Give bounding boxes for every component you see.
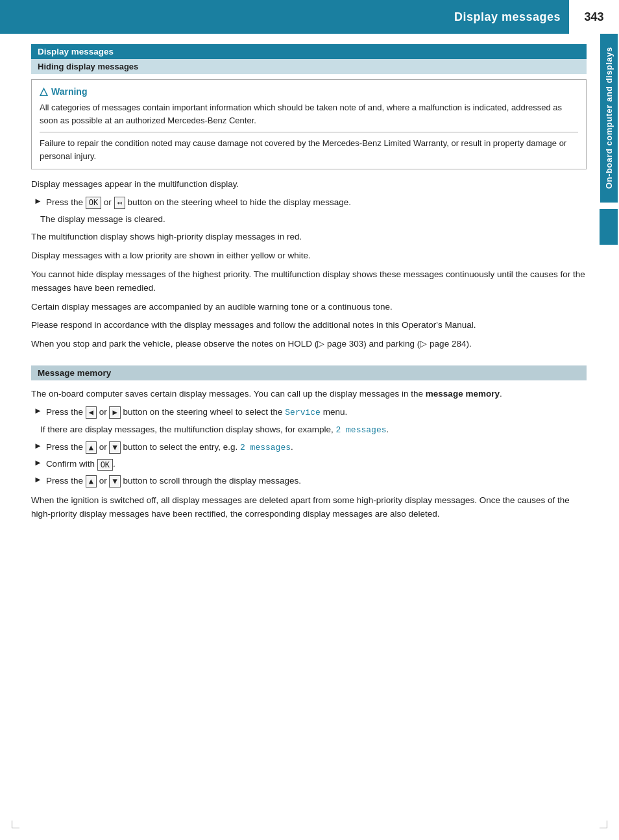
body-text-7: When you stop and park the vehicle, plea… [31,337,587,351]
bullet-item-5: ► Press the ▲ or ▼ button to scroll thro… [34,474,587,488]
side-tab-label: On-board computer and displays [600,34,618,203]
up-btn-2: ▲ [86,475,97,488]
body-text-4: You cannot hide display messages of the … [31,267,587,295]
up-btn-1: ▲ [86,441,97,454]
right-btn: ▶ [109,406,120,419]
bullet-content-1: Press the OK or ↤ button on the steering… [46,195,351,210]
body-text-1: Display messages appear in the multifunc… [31,177,587,191]
ok-btn-2: OK [97,459,113,471]
bullet-arrow-5: ► [34,475,42,484]
bullet-item-2: ► Press the ◀ or ▶ button on the steerin… [34,405,587,420]
bullet-sub-2: If there are display messages, the multi… [40,423,587,438]
service-mono: Service [285,408,321,417]
bullet-content-5: Press the ▲ or ▼ button to scroll throug… [46,474,301,488]
warning-title: △ Warning [40,85,578,97]
down-btn-1: ▼ [109,441,120,454]
bullet-item-1: ► Press the OK or ↤ button on the steeri… [34,195,587,210]
bullet-content-2: Press the ◀ or ▶ button on the steering … [46,405,347,420]
bullet-item-3: ► Press the ▲ or ▼ button to select the … [34,440,587,455]
warning-label: Warning [51,86,87,97]
subsection-header: Hiding display messages [31,59,587,74]
section2: Message memory The on-board computer sav… [31,365,587,521]
warning-para2: Failure to repair the condition noted ma… [40,137,578,163]
bullet-content-3: Press the ▲ or ▼ button to select the en… [46,440,293,455]
main-content: Display messages Hiding display messages… [26,34,592,539]
side-tab: On-board computer and displays [598,34,619,397]
warning-para1: All categories of messages contain impor… [40,101,578,127]
bullet-item-4: ► Confirm with OK. [34,457,587,471]
section2-header-text: Message memory [38,368,111,378]
bullet-arrow-2: ► [34,406,42,415]
2messages-mono-1: 2 messages [335,425,386,435]
section2-header: Message memory [31,365,587,380]
ok-button-inline: OK [86,197,101,209]
bullet-arrow-3: ► [34,441,42,451]
header-bar: Display messages 343 [0,0,619,34]
2messages-mono-2: 2 messages [240,443,291,452]
back-button-inline: ↤ [114,197,125,209]
section1-header: Display messages [31,44,587,59]
warning-box: △ Warning All categories of messages con… [31,79,587,169]
warning-separator [40,132,578,132]
body-text-3: Display messages with a low priority are… [31,249,587,263]
header-title: Display messages [454,10,561,24]
left-btn: ◀ [86,406,97,419]
body-text-6: Please respond in accordance with the di… [31,318,587,332]
bullet-arrow-4: ► [34,458,42,467]
body-text-2: The multifunction display shows high-pri… [31,230,587,244]
bullet-arrow-1: ► [34,196,42,206]
bullet-sub-1: The display message is cleared. [40,212,587,227]
warning-icon: △ [40,85,47,97]
section2-closing: When the ignition is switched off, all d… [31,493,587,521]
down-btn-2: ▼ [109,475,120,488]
side-tab-block [600,209,618,245]
page-number: 343 [567,0,619,34]
section2-intro: The on-board computer saves certain disp… [31,387,587,401]
corner-mark-br [600,821,607,828]
message-memory-bold: message memory [426,389,500,399]
bullet-content-4: Confirm with OK. [46,457,115,471]
corner-mark-bl [12,821,19,828]
body-text-5: Certain display messages are accompanied… [31,300,587,314]
